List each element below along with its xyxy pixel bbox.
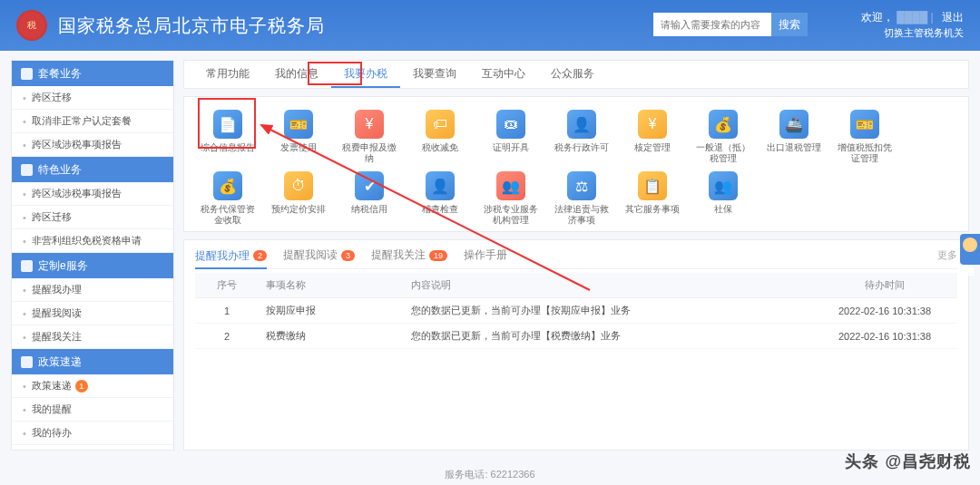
tab-common[interactable]: 常用功能 — [193, 61, 262, 88]
sidebar-item[interactable]: 我的待办 — [12, 422, 173, 445]
service-icon: 🎟 — [496, 110, 525, 139]
sidebar-head-policy[interactable]: 政策速递 — [12, 349, 173, 374]
search-wrap: 搜索 — [653, 13, 808, 36]
service-label: 综合信息报告 — [201, 142, 255, 162]
float-help-button[interactable]: 在线导办 — [960, 234, 980, 265]
service-icon: ⚖ — [567, 171, 596, 200]
app-title: 国家税务总局北京市电子税务局 — [58, 14, 325, 38]
service-item-15[interactable]: ⚖法律追责与救济事项 — [554, 171, 609, 226]
user-area: 欢迎， ████ | 退出 切换主管税务机关 — [861, 9, 964, 41]
app-header: 税 国家税务总局北京市电子税务局 搜索 欢迎， ████ | 退出 切换主管税务… — [0, 0, 980, 51]
sidebar-item[interactable]: 我的提醒 — [12, 398, 173, 422]
sidebar-item[interactable]: 非营利组织免税资格申请 — [12, 229, 173, 253]
tab-public[interactable]: 公众服务 — [538, 61, 607, 88]
service-item-9[interactable]: 🎫增值税抵扣凭证管理 — [838, 110, 892, 164]
sidebar-item[interactable]: 取消非正常户认定套餐 — [12, 110, 173, 133]
footer-phone: 服务电话: 62212366 — [0, 468, 980, 481]
service-label: 涉税专业服务机构管理 — [484, 204, 538, 226]
notice-tab-read[interactable]: 提醒我阅读3 — [283, 247, 355, 263]
sidebar-item[interactable]: 提醒我阅读 — [12, 302, 173, 325]
service-label: 税费申报及缴纳 — [342, 142, 397, 164]
watermark-text: 头条 @昌尧财税 — [845, 451, 971, 472]
service-icon: 🏷 — [426, 110, 455, 139]
service-icon: 🎫 — [850, 110, 879, 139]
service-icon: 👥 — [496, 171, 525, 200]
service-label: 其它服务事项 — [625, 204, 680, 224]
service-item-16[interactable]: 📋其它服务事项 — [625, 171, 680, 226]
sidebar-head-eservice[interactable]: 定制e服务 — [12, 253, 173, 278]
service-label: 法律追责与救济事项 — [554, 204, 609, 226]
service-label: 纳税信用 — [351, 204, 387, 224]
service-label: 税收减免 — [422, 142, 458, 162]
service-label: 稽查检查 — [422, 204, 458, 224]
service-item-17[interactable]: 👥社保 — [696, 171, 750, 226]
service-item-3[interactable]: 🏷税收减免 — [413, 110, 467, 164]
sidebar-item[interactable]: 跨区迁移 — [12, 206, 173, 229]
service-item-10[interactable]: 💰税务代保管资金收取 — [201, 171, 255, 226]
search-input[interactable] — [653, 13, 771, 36]
sidebar-item[interactable]: 跨区域涉税事项报告 — [12, 133, 173, 157]
service-item-7[interactable]: 💰一般退（抵）税管理 — [696, 110, 750, 164]
service-icon: ¥ — [638, 110, 667, 139]
service-item-2[interactable]: ¥税费申报及缴纳 — [342, 110, 397, 164]
service-label: 税务行政许可 — [554, 142, 609, 162]
main-tabs: 常用功能 我的信息 我要办税 我要查询 互动中心 公众服务 — [183, 60, 969, 89]
table-row[interactable]: 1按期应申报您的数据已更新，当前可办理【按期应申报】业务2022-02-16 1… — [195, 298, 957, 324]
service-icon: 💰 — [709, 110, 738, 139]
service-label: 预约定价安排 — [271, 204, 326, 224]
tab-myinfo[interactable]: 我的信息 — [262, 61, 331, 88]
service-icon: 👤 — [426, 171, 455, 200]
notice-tabs: 提醒我办理2 提醒我阅读3 提醒我关注19 操作手册 更多 — [195, 247, 957, 269]
service-label: 一般退（抵）税管理 — [696, 142, 750, 164]
service-item-5[interactable]: 👤税务行政许可 — [554, 110, 609, 164]
tab-interact[interactable]: 互动中心 — [469, 61, 538, 88]
service-icon: 💰 — [213, 171, 242, 200]
service-label: 社保 — [714, 204, 732, 224]
logo-emblem: 税 — [16, 10, 47, 41]
search-button[interactable]: 搜索 — [771, 13, 808, 36]
service-label: 税务代保管资金收取 — [201, 204, 255, 226]
notice-tab-manual[interactable]: 操作手册 — [464, 247, 507, 263]
notice-table: 序号 事项名称 内容说明 待办时间 1按期应申报您的数据已更新，当前可办理【按期… — [195, 273, 957, 349]
logout-link[interactable]: 退出 — [942, 11, 964, 24]
service-icon: ✔ — [355, 171, 384, 200]
notice-panel: 提醒我办理2 提醒我阅读3 提醒我关注19 操作手册 更多 序号 事项名称 内容… — [183, 239, 969, 451]
service-item-0[interactable]: 📄综合信息报告 — [201, 110, 255, 164]
service-item-4[interactable]: 🎟证明开具 — [484, 110, 538, 164]
notice-tab-todo[interactable]: 提醒我办理2 — [195, 248, 267, 269]
table-row[interactable]: 2税费缴纳您的数据已更新，当前可办理【税费缴纳】业务2022-02-16 10:… — [195, 324, 957, 349]
service-item-8[interactable]: 🚢出口退税管理 — [767, 110, 821, 164]
tab-dotax[interactable]: 我要办税 — [331, 61, 400, 88]
sidebar-item[interactable]: 提醒我办理 — [12, 278, 173, 302]
sidebar-head-special[interactable]: 特色业务 — [12, 157, 173, 182]
service-label: 核定管理 — [634, 142, 671, 162]
sidebar: 套餐业务 跨区迁移 取消非正常户认定套餐 跨区域涉税事项报告 特色业务 跨区域涉… — [11, 60, 174, 451]
service-item-13[interactable]: 👤稽查检查 — [413, 171, 467, 226]
service-icon: 📄 — [213, 110, 242, 139]
service-item-1[interactable]: 🎫发票使用 — [271, 110, 326, 164]
notice-tab-follow[interactable]: 提醒我关注19 — [371, 247, 447, 263]
sidebar-head-package[interactable]: 套餐业务 — [12, 61, 173, 86]
service-label: 增值税抵扣凭证管理 — [838, 142, 892, 164]
switch-org-link[interactable]: 切换主管税务机关 — [884, 27, 964, 38]
service-item-6[interactable]: ¥核定管理 — [625, 110, 680, 164]
service-icon: 🚢 — [779, 110, 808, 139]
service-item-11[interactable]: ⏱预约定价安排 — [271, 171, 326, 226]
service-label: 证明开具 — [493, 142, 529, 162]
main-content: 常用功能 我的信息 我要办税 我要查询 互动中心 公众服务 📄综合信息报告🎫发票… — [183, 60, 969, 451]
service-icon: 👥 — [709, 171, 738, 200]
service-icon: ¥ — [355, 110, 384, 139]
service-icon: 👤 — [567, 110, 596, 139]
sidebar-item[interactable]: 跨区迁移 — [12, 86, 173, 110]
tab-query[interactable]: 我要查询 — [400, 61, 469, 88]
sidebar-item[interactable]: 政策速递1 — [12, 374, 173, 398]
service-item-12[interactable]: ✔纳税信用 — [342, 171, 397, 226]
service-icon: 📋 — [638, 171, 667, 200]
service-item-14[interactable]: 👥涉税专业服务机构管理 — [484, 171, 538, 226]
policy-badge: 1 — [75, 380, 88, 393]
notice-more-link[interactable]: 更多 — [937, 248, 957, 262]
sidebar-item[interactable]: 跨区域涉税事项报告 — [12, 182, 173, 206]
service-icon: ⏱ — [284, 171, 313, 200]
sidebar-item[interactable]: 提醒我关注 — [12, 325, 173, 349]
service-label: 出口退税管理 — [767, 142, 821, 162]
